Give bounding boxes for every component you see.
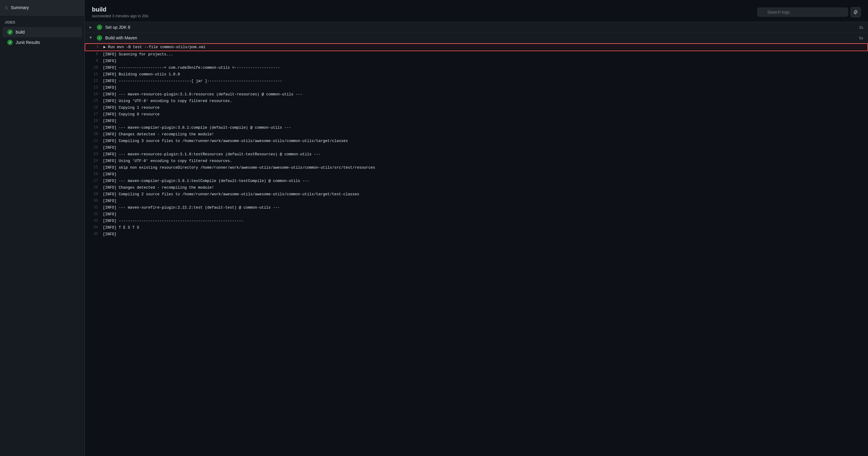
line-content: [INFO]	[103, 198, 868, 204]
log-line: 29 [INFO] Compiling 2 source files to /h…	[85, 191, 868, 198]
line-content: [INFO] --------------------< com.rude3kn…	[103, 65, 868, 71]
log-line: 30 [INFO]	[85, 198, 868, 204]
line-number: 15	[85, 98, 103, 104]
log-line: 34 [INFO] T E S T S	[85, 224, 868, 231]
chevron-down-icon: ▼	[90, 36, 94, 40]
line-content: [INFO] skip non existing resourceDirecto…	[103, 165, 868, 171]
log-line: 20 [INFO] Changes detected - recompiling…	[85, 131, 868, 138]
line-content: [INFO] Using 'UTF-8' encoding to copy fi…	[103, 158, 868, 164]
line-number: 30	[85, 198, 103, 204]
line-content: [INFO] --------------------------------[…	[103, 78, 868, 84]
line-number: 32	[85, 211, 103, 217]
step-maven-expanded: ▼ Build with Maven 5s 1 ▶ Run mvn -B tes…	[85, 33, 868, 238]
log-line: 26 [INFO]	[85, 171, 868, 178]
log-line: 19 [INFO] --- maven-compiler-plugin:3.8.…	[85, 124, 868, 131]
line-number: 22	[85, 145, 103, 150]
jobs-label: Jobs	[0, 19, 84, 27]
step-maven-duration: 5s	[859, 36, 863, 40]
line-content: [INFO]	[103, 231, 868, 237]
step-maven-success-icon	[97, 35, 102, 40]
log-content: ▶ Set up JDK 8 3s ▼ Build with Maven 5s …	[85, 22, 868, 456]
line-number: 20	[85, 132, 103, 137]
sidebar: ⌂ Summary Jobs build Junit Results	[0, 0, 85, 456]
line-content: [INFO]	[103, 171, 868, 177]
home-icon: ⌂	[5, 5, 8, 10]
line-content: [INFO] ---------------------------------…	[103, 218, 868, 224]
settings-button[interactable]	[850, 7, 861, 17]
step-row-maven[interactable]: ▼ Build with Maven 5s	[85, 33, 868, 43]
log-line: 13 [INFO]	[85, 84, 868, 91]
line-number: 25	[85, 165, 103, 170]
line-number: 31	[85, 205, 103, 210]
jobs-section: Jobs build Junit Results	[0, 16, 84, 51]
line-content: [INFO] Compiling 3 source files to /home…	[103, 138, 868, 144]
step-jdk-duration: 3s	[859, 25, 863, 30]
line-content: [INFO] --- maven-compiler-plugin:3.8.1:c…	[103, 125, 868, 131]
log-line: 11 [INFO] Building common-utils 1.0.0	[85, 71, 868, 78]
job-name-label: Junit Results	[16, 40, 40, 45]
line-number: 8	[85, 52, 103, 57]
line-number: 21	[85, 138, 103, 144]
line-content: [INFO] Using 'UTF-8' encoding to copy fi…	[103, 98, 868, 104]
line-content: [INFO] Scanning for projects...	[103, 52, 868, 58]
page-title: build	[92, 6, 148, 13]
line-number: 27	[85, 178, 103, 184]
log-line: 1 ▶ Run mvn -B test --file common-utils/…	[85, 43, 868, 51]
log-line: 23 [INFO] --- maven-resources-plugin:3.1…	[85, 151, 868, 158]
sidebar-summary-item[interactable]: ⌂ Summary	[0, 0, 84, 16]
line-content: [INFO] Changes detected - recompiling th…	[103, 132, 868, 138]
line-content: [INFO] Copying 1 resource	[103, 105, 868, 111]
line-content: [INFO] --- maven-compiler-plugin:3.8.1:t…	[103, 178, 868, 184]
log-line: 8 [INFO] Scanning for projects...	[85, 51, 868, 58]
sidebar-item-build[interactable]: build	[2, 27, 82, 37]
line-number: 19	[85, 125, 103, 131]
log-line: 18 [INFO]	[85, 118, 868, 124]
step-jdk-label: Set up JDK 8	[105, 25, 856, 30]
job-check-icon	[7, 40, 13, 45]
line-content: [INFO] Building common-utils 1.0.0	[103, 72, 868, 78]
search-logs-input[interactable]	[757, 7, 848, 17]
step-maven-label: Build with Maven	[105, 35, 856, 40]
line-number: 9	[85, 58, 103, 64]
log-line: 14 [INFO] --- maven-resources-plugin:3.1…	[85, 91, 868, 98]
line-number: 14	[85, 91, 103, 97]
line-content: [INFO]	[103, 145, 868, 151]
line-number: 18	[85, 118, 103, 124]
main-panel: build succeeded 3 minutes ago in 20s 🔍 ▶…	[85, 0, 868, 456]
log-line: 24 [INFO] Using 'UTF-8' encoding to copy…	[85, 158, 868, 164]
header-subtitle: succeeded 3 minutes ago in 20s	[92, 13, 148, 18]
line-number: 33	[85, 218, 103, 224]
log-line: 28 [INFO] Changes detected - recompiling…	[85, 184, 868, 191]
log-line: 12 [INFO] ------------------------------…	[85, 78, 868, 84]
line-content: [INFO] Changes detected - recompiling th…	[103, 185, 868, 191]
log-line: 16 [INFO] Copying 1 resource	[85, 105, 868, 111]
log-line: 33 [INFO] ------------------------------…	[85, 218, 868, 224]
line-number: 28	[85, 185, 103, 191]
line-content: [INFO] Copying 0 resource	[103, 111, 868, 117]
log-line: 31 [INFO] --- maven-surefire-plugin:2.22…	[85, 204, 868, 211]
search-wrapper: 🔍	[757, 7, 848, 17]
line-number: 34	[85, 225, 103, 230]
line-number: 24	[85, 158, 103, 164]
log-line: 32 [INFO]	[85, 211, 868, 218]
line-content: [INFO] --- maven-resources-plugin:3.1.0:…	[103, 91, 868, 97]
log-line: 17 [INFO] Copying 0 resource	[85, 111, 868, 118]
line-content: [INFO] Compiling 2 source files to /home…	[103, 191, 868, 197]
log-line: 15 [INFO] Using 'UTF-8' encoding to copy…	[85, 98, 868, 105]
line-content: [INFO]	[103, 85, 868, 91]
log-line: 27 [INFO] --- maven-compiler-plugin:3.8.…	[85, 178, 868, 184]
sidebar-item-junit-results[interactable]: Junit Results	[2, 37, 82, 48]
line-content: [INFO]	[103, 118, 868, 124]
line-number: 35	[85, 231, 103, 237]
step-success-icon	[97, 25, 102, 30]
line-content: [INFO] --- maven-resources-plugin:3.1.0:…	[103, 151, 868, 158]
line-number: 13	[85, 85, 103, 90]
line-content: ▶ Run mvn -B test --file common-utils/po…	[103, 44, 867, 50]
step-row-jdk[interactable]: ▶ Set up JDK 8 3s	[85, 22, 868, 33]
log-line: 10 [INFO] --------------------< com.rude…	[85, 64, 868, 71]
log-line: 9 [INFO]	[85, 58, 868, 64]
line-number: 23	[85, 151, 103, 157]
header-right: 🔍	[757, 7, 861, 17]
line-number: 11	[85, 72, 103, 77]
log-line: 22 [INFO]	[85, 144, 868, 151]
